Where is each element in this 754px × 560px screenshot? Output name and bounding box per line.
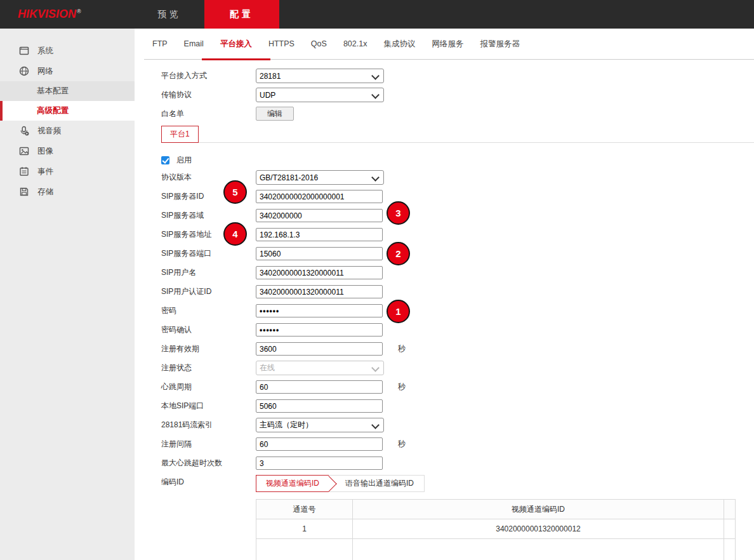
app-window: HIKVISION® 预览配置 系统网络基本配置高级配置视音频图像事件存储 FT… (0, 0, 754, 560)
protocol-version-row: 协议版本GB/T28181-2016 (161, 170, 754, 189)
tab-https[interactable]: HTTPS (260, 29, 303, 60)
badge-1: 1 (387, 300, 410, 323)
tab-qos[interactable]: QoS (303, 29, 335, 60)
local-sip-port-label: 本地SIP端口 (161, 399, 256, 418)
whitelist-control: 编辑 (256, 107, 294, 126)
heartbeat-period-input[interactable] (256, 380, 383, 394)
platform-access-mode-value: 28181 (260, 72, 281, 81)
audio-video-icon (19, 126, 29, 136)
local-sip-port-control (256, 399, 383, 418)
table-cell (724, 519, 736, 539)
badge-5: 5 (223, 180, 247, 204)
encode-id-row: 编码ID视频通道编码ID语音输出通道编码ID (161, 475, 754, 499)
protocol-version-value: GB/T28181-2016 (260, 173, 318, 182)
sidebar-item-network[interactable]: 网络 (0, 61, 135, 81)
sip-username-input[interactable] (256, 266, 383, 279)
sip-server-address-input[interactable] (256, 228, 383, 241)
register-interval-control (256, 437, 383, 456)
sidebar-subitem-advanced-config[interactable]: 高级配置 (0, 101, 135, 121)
sidebar-item-storage[interactable]: 存储 (0, 182, 135, 202)
content-area: FTPEmail平台接入HTTPSQoS802.1x集成协议网络服务报警服务器 … (135, 29, 754, 560)
sip-server-port-control: 2 (256, 246, 383, 265)
register-validity-unit: 秒 (398, 342, 406, 361)
sidebar-subitem-basic-config[interactable]: 基本配置 (0, 81, 135, 101)
sidebar-item-event[interactable]: 事件 (0, 161, 135, 182)
sidebar-item-image[interactable]: 图像 (0, 141, 135, 161)
sip-user-auth-id-input[interactable] (256, 285, 383, 298)
encode-tab-audio-out-channel-encode-id[interactable]: 语音输出通道编码ID (329, 475, 425, 492)
stream-index-select[interactable]: 主码流（定时） (256, 418, 384, 432)
sidebar-item-label: 事件 (37, 166, 53, 177)
max-heartbeat-timeout-input[interactable] (256, 457, 383, 470)
tab-platform-access[interactable]: 平台接入 (212, 29, 260, 60)
register-validity-control (256, 342, 383, 361)
sip-server-domain-row: SIP服务器域3 (161, 208, 754, 227)
enable-checkbox[interactable] (161, 156, 169, 164)
sip-username-label: SIP用户名 (161, 265, 256, 284)
heartbeat-period-control (256, 380, 383, 399)
register-interval-input[interactable] (256, 437, 383, 451)
sip-username-control (256, 265, 383, 284)
tab-email[interactable]: Email (176, 29, 212, 60)
logo-text: HIKVISION (18, 8, 76, 20)
local-sip-port-row: 本地SIP端口 (161, 399, 754, 418)
sidebar-item-label: 系统 (37, 46, 53, 57)
chevron-down-icon (371, 173, 380, 182)
sip-server-id-control: 5 (256, 189, 383, 208)
transport-protocol-label: 传输协议 (161, 88, 256, 107)
register-status-value: 在线 (260, 363, 275, 373)
platform-tab-row: 平台1 (161, 126, 754, 150)
stream-index-value: 主码流（定时） (260, 420, 313, 430)
channel-table: 通道号视频通道编码ID134020000001320000012 (256, 499, 736, 560)
heartbeat-period-unit: 秒 (398, 380, 406, 399)
whitelist-button[interactable]: 编辑 (256, 107, 294, 121)
nav-config[interactable]: 配置 (204, 0, 279, 29)
max-heartbeat-timeout-control (256, 456, 383, 475)
tab-ftp[interactable]: FTP (144, 29, 176, 60)
platform1-tab[interactable]: 平台1 (161, 126, 199, 143)
register-interval-label: 注册间隔 (161, 437, 256, 456)
sidebar-item-label: 图像 (37, 146, 53, 157)
sip-server-port-input[interactable] (256, 247, 383, 260)
register-status-label: 注册状态 (161, 361, 256, 380)
sidebar-item-label: 存储 (37, 187, 53, 197)
channel-table-header-row: 通道号视频通道编码ID (256, 500, 736, 519)
form-area: 平台接入方式28181传输协议UDP白名单编辑平台1启用协议版本GB/T2818… (135, 60, 754, 560)
whitelist-label: 白名单 (161, 107, 256, 126)
chevron-down-icon (371, 364, 380, 372)
stream-index-control: 主码流（定时） (256, 418, 384, 437)
badge-4: 4 (223, 222, 247, 246)
sip-server-domain-input[interactable] (256, 209, 383, 222)
hikvision-logo: HIKVISION® (18, 8, 81, 21)
table-cell: 1 (256, 519, 353, 539)
encode-id-control: 视频通道编码ID语音输出通道编码ID (256, 475, 425, 499)
register-validity-input[interactable] (256, 342, 383, 356)
password-confirm-row: 密码确认 (161, 323, 754, 342)
tab-alarm-server[interactable]: 报警服务器 (472, 29, 528, 60)
password-confirm-input[interactable] (256, 323, 383, 337)
channel-col-header: 通道号 (256, 500, 353, 519)
chevron-down-icon (371, 421, 380, 429)
local-sip-port-input[interactable] (256, 399, 383, 413)
platform-tab-divider (161, 142, 754, 143)
password-confirm-label: 密码确认 (161, 323, 256, 342)
table-cell: 34020000001320000012 (353, 519, 724, 539)
encode-tab-video-channel-encode-id[interactable]: 视频通道编码ID (256, 475, 329, 492)
sidebar: 系统网络基本配置高级配置视音频图像事件存储 (0, 29, 135, 560)
protocol-version-select[interactable]: GB/T28181-2016 (256, 170, 384, 185)
transport-protocol-select[interactable]: UDP (256, 88, 384, 102)
tab-integration-protocol[interactable]: 集成协议 (375, 29, 423, 60)
max-heartbeat-timeout-row: 最大心跳超时次数 (161, 456, 754, 475)
tab-network-service[interactable]: 网络服务 (423, 29, 472, 60)
register-status-row: 注册状态在线 (161, 361, 754, 380)
sidebar-item-system[interactable]: 系统 (0, 41, 135, 61)
sip-server-id-input[interactable] (256, 190, 383, 203)
nav-preview[interactable]: 预览 (135, 0, 204, 29)
sidebar-item-video-audio[interactable]: 视音频 (0, 121, 135, 141)
logo-area: HIKVISION® (0, 0, 135, 29)
password-input[interactable] (256, 304, 383, 317)
password-row: 密码1 (161, 303, 754, 323)
tab-8021x[interactable]: 802.1x (335, 29, 376, 60)
platform-access-mode-select[interactable]: 28181 (256, 69, 384, 83)
password-label: 密码 (161, 303, 256, 323)
